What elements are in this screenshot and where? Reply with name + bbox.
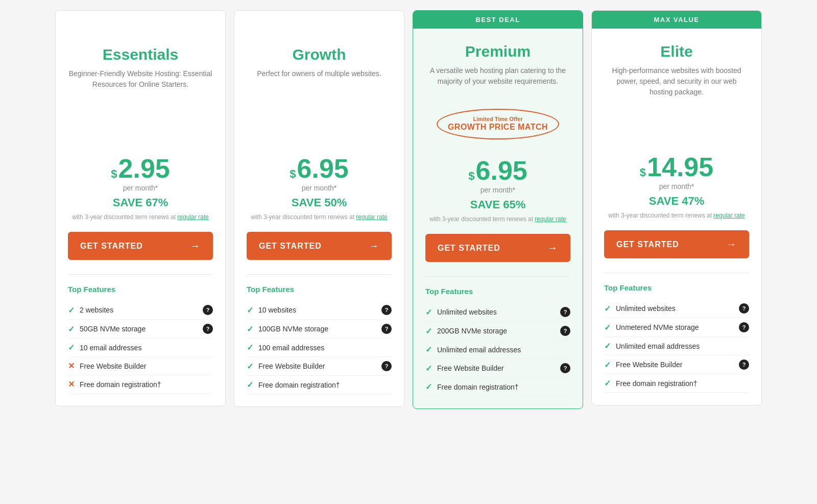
regular-rate-link-essentials[interactable]: regular rate [177,213,208,221]
promo-spacer-growth [247,99,392,145]
feature-text-essentials-4: Free domain registration† [80,380,161,389]
feature-left-elite-4: ✓ Free domain registration† [604,378,698,388]
feature-text-premium-2: Unlimited email addresses [437,346,521,354]
price-section-premium: $ 6.95 per month* SAVE 65% with 3-year d… [425,157,570,224]
cta-arrow-premium: → [547,242,558,254]
feature-left-essentials-3: ✕ Free Website Builder [68,361,146,371]
check-icon-elite-1: ✓ [604,323,611,332]
plan-name-premium: Premium [425,43,570,60]
check-icon-growth-3: ✓ [247,362,253,371]
feature-left-essentials-1: ✓ 50GB NVMe storage [68,324,146,334]
feature-item-premium-1: ✓ 200GB NVMe storage ? [425,322,570,341]
cta-label-premium: GET STARTED [438,244,500,253]
feature-item-elite-2: ✓ Unlimited email addresses [604,337,749,355]
feature-text-growth-2: 100 email addresses [258,344,324,352]
discount-note-essentials: with 3-year discounted term renews at re… [68,212,213,222]
feature-left-essentials-0: ✓ 2 websites [68,305,113,315]
price-per-growth: per month* [247,184,392,192]
feature-left-premium-0: ✓ Unlimited websites [425,307,497,317]
price-section-elite: $ 14.95 per month* SAVE 47% with 3-year … [604,154,749,220]
plan-desc-essentials: Beginner-Friendly Website Hosting: Essen… [68,68,213,99]
help-icon-premium-0[interactable]: ? [560,307,570,317]
features-section-elite: Top Features ✓ Unlimited websites ? ✓ Un… [604,273,749,393]
help-icon-elite-1[interactable]: ? [739,322,749,332]
feature-text-elite-4: Free domain registration† [616,379,698,388]
promo-small-premium: Limited Time Offer [448,116,548,122]
features-title-growth: Top Features [247,285,392,294]
check-icon-growth-1: ✓ [247,324,253,334]
price-per-essentials: per month* [68,184,213,192]
feature-text-premium-1: 200GB NVMe storage [437,327,507,335]
save-text-elite: SAVE 47% [604,195,749,208]
help-icon-growth-3[interactable]: ? [381,361,392,371]
promo-container-premium: Limited Time Offer GROWTH PRICE MATCH [425,101,570,147]
price-line-premium: $ 6.95 [425,157,570,184]
check-icon-growth-4: ✓ [247,380,253,390]
feature-left-premium-4: ✓ Free domain registration† [425,382,519,392]
cta-button-essentials[interactable]: GET STARTED → [68,232,213,260]
feature-item-essentials-1: ✓ 50GB NVMe storage ? [68,320,213,339]
feature-text-essentials-1: 50GB NVMe storage [80,325,146,333]
feature-item-essentials-0: ✓ 2 websites ? [68,301,213,320]
check-icon-premium-1: ✓ [425,326,432,336]
feature-item-elite-3: ✓ Free Website Builder ? [604,355,749,374]
features-title-premium: Top Features [425,287,570,296]
check-icon-premium-0: ✓ [425,307,432,317]
feature-left-growth-4: ✓ Free domain registration† [247,380,340,390]
check-icon-essentials-2: ✓ [68,343,75,352]
plan-card-elite: MAX VALUEEliteHigh-performance websites … [591,10,762,405]
help-icon-essentials-1[interactable]: ? [203,324,213,334]
feature-text-essentials-2: 10 email addresses [80,344,141,352]
cta-button-growth[interactable]: GET STARTED → [247,232,392,260]
feature-item-elite-0: ✓ Unlimited websites ? [604,299,749,318]
cta-button-elite[interactable]: GET STARTED → [604,230,749,258]
regular-rate-link-growth[interactable]: regular rate [356,213,387,221]
cta-button-premium[interactable]: GET STARTED → [425,234,570,262]
feature-item-growth-4: ✓ Free domain registration† [247,376,392,394]
regular-rate-link-premium[interactable]: regular rate [535,215,566,223]
features-section-essentials: Top Features ✓ 2 websites ? ✓ 50GB NVMe … [68,274,213,394]
feature-left-elite-1: ✓ Unmetered NVMe storage [604,323,699,332]
help-icon-premium-3[interactable]: ? [560,363,570,373]
help-icon-elite-3[interactable]: ? [739,359,749,370]
feature-item-essentials-4: ✕ Free domain registration† [68,375,213,394]
feature-left-growth-1: ✓ 100GB NVMe storage [247,324,328,334]
feature-left-premium-2: ✓ Unlimited email addresses [425,345,521,354]
check-icon-elite-3: ✓ [604,360,611,370]
feature-item-essentials-2: ✓ 10 email addresses [68,339,213,357]
check-icon-growth-2: ✓ [247,343,253,352]
features-section-premium: Top Features ✓ Unlimited websites ? ✓ 20… [425,276,570,396]
plan-desc-premium: A versatile web hosting plan catering to… [425,65,570,96]
features-title-essentials: Top Features [68,285,213,294]
help-icon-elite-0[interactable]: ? [739,303,749,314]
plan-card-growth: GrowthPerfect for owners of multiple web… [234,10,404,407]
feature-left-premium-3: ✓ Free Website Builder [425,364,503,373]
feature-left-growth-3: ✓ Free Website Builder [247,362,325,371]
help-icon-growth-0[interactable]: ? [381,305,392,315]
plan-desc-growth: Perfect for owners of multiple websites. [247,68,392,99]
cta-arrow-elite: → [726,238,737,250]
feature-text-growth-3: Free Website Builder [258,362,325,370]
feature-text-elite-3: Free Website Builder [616,361,682,369]
discount-note-growth: with 3-year discounted term renews at re… [247,212,392,222]
help-icon-premium-1[interactable]: ? [560,326,570,336]
check-icon-premium-2: ✓ [425,345,432,354]
plan-name-growth: Growth [247,46,392,63]
feature-item-premium-0: ✓ Unlimited websites ? [425,303,570,322]
regular-rate-link-elite[interactable]: regular rate [713,212,744,219]
cta-label-essentials: GET STARTED [80,242,143,251]
plan-card-essentials: EssentialsBeginner-Friendly Website Host… [55,10,226,406]
feature-item-essentials-3: ✕ Free Website Builder [68,357,213,375]
cta-label-growth: GET STARTED [259,242,322,251]
plan-name-elite: Elite [604,43,749,60]
feature-text-growth-4: Free domain registration† [258,381,340,389]
price-amount-elite: 14.95 [647,154,713,180]
promo-spacer-elite [604,98,749,143]
check-icon-essentials-1: ✓ [68,324,75,334]
help-icon-essentials-0[interactable]: ? [203,305,213,315]
check-icon-growth-0: ✓ [247,305,253,315]
help-icon-growth-1[interactable]: ? [381,324,392,334]
features-section-growth: Top Features ✓ 10 websites ? ✓ 100GB NVM… [247,274,392,394]
feature-left-essentials-2: ✓ 10 email addresses [68,343,141,352]
feature-text-premium-0: Unlimited websites [437,308,497,316]
